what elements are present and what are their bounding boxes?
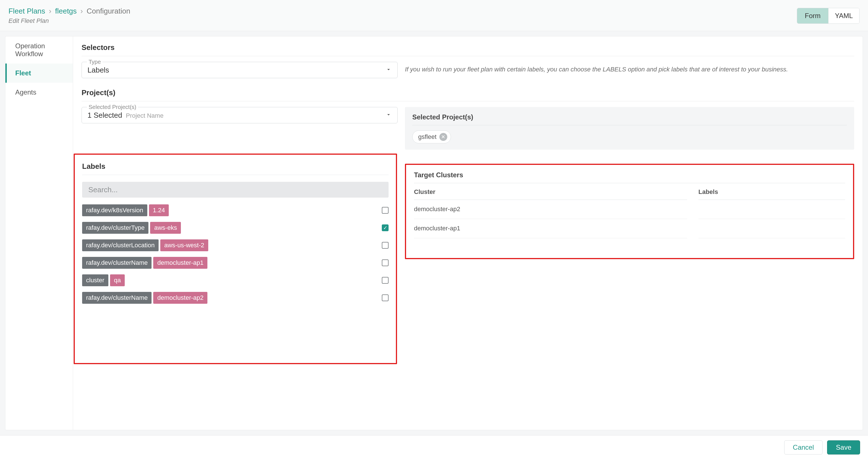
label-key: rafay.dev/clusterName (82, 292, 152, 304)
label-row: rafay.dev/k8sVersion 1.24 (82, 202, 389, 219)
type-select-label: Type (87, 59, 102, 65)
sidebar-item-agents[interactable]: Agents (5, 83, 73, 102)
label-row: rafay.dev/clusterName democluster-ap1 (82, 254, 389, 272)
project-chip: gsfleet ✕ (412, 130, 451, 144)
label-value: democluster-ap1 (153, 257, 208, 269)
label-key: rafay.dev/clusterLocation (82, 239, 159, 251)
breadcrumb-sep: › (79, 7, 85, 15)
view-toggle-form[interactable]: Form (797, 8, 828, 24)
breadcrumb-leaf: Configuration (87, 7, 130, 15)
label-checkbox[interactable] (382, 207, 389, 214)
close-icon[interactable]: ✕ (439, 133, 447, 141)
chevron-down-icon (385, 66, 392, 74)
label-key: rafay.dev/clusterName (82, 257, 152, 269)
projects-select-count: 1 Selected (88, 111, 122, 119)
type-select[interactable]: Type Labels (82, 62, 398, 78)
project-chip-label: gsfleet (418, 133, 437, 141)
selected-projects-title: Selected Project(s) (412, 113, 847, 125)
breadcrumb-sep: › (47, 7, 53, 15)
header: Fleet Plans › fleetgs › Configuration Ed… (0, 0, 868, 31)
projects-select[interactable]: Selected Project(s) 1 Selected Project N… (82, 107, 398, 123)
breadcrumb: Fleet Plans › fleetgs › Configuration (8, 7, 130, 16)
save-button[interactable]: Save (827, 440, 860, 455)
label-checkbox[interactable] (382, 277, 389, 284)
label-value: aws-eks (150, 222, 181, 234)
column-header-cluster: Cluster (414, 188, 687, 200)
label-row: cluster qa (82, 272, 389, 289)
chevron-down-icon (385, 112, 392, 119)
label-row: rafay.dev/clusterType aws-eks ✓ (82, 219, 389, 237)
label-checkbox[interactable] (382, 242, 389, 249)
projects-select-label: Selected Project(s) (87, 104, 138, 111)
label-value: democluster-ap2 (153, 292, 208, 304)
footer: Cancel Save (0, 435, 868, 459)
projects-select-value: 1 Selected Project Name (88, 111, 163, 120)
label-value: qa (110, 274, 125, 286)
section-title-selectors: Selectors (82, 43, 854, 56)
labels-search-input[interactable] (82, 182, 389, 197)
label-key: rafay.dev/k8sVersion (82, 204, 147, 216)
content: Selectors Type Labels If you wish to run… (73, 36, 863, 430)
labels-cell (699, 219, 845, 238)
label-checkbox[interactable]: ✓ (382, 224, 389, 231)
cluster-cell: democluster-ap2 (414, 200, 687, 219)
label-row: rafay.dev/clusterLocation aws-us-west-2 (82, 237, 389, 254)
labels-title: Labels (82, 159, 389, 175)
section-title-projects: Project(s) (82, 88, 854, 101)
breadcrumb-root[interactable]: Fleet Plans (8, 7, 45, 15)
selectors-helper-text: If you wish to run your fleet plan with … (405, 62, 854, 74)
target-clusters-panel: Target Clusters Cluster democluster-ap2 … (405, 164, 854, 259)
cluster-cell: democluster-ap1 (414, 219, 687, 238)
cancel-button[interactable]: Cancel (784, 440, 823, 455)
column-header-labels: Labels (699, 188, 845, 200)
sidebar-item-fleet[interactable]: Fleet (5, 63, 73, 83)
label-key: cluster (82, 274, 108, 286)
selected-projects-panel: Selected Project(s) gsfleet ✕ (405, 107, 854, 150)
labels-panel: Labels rafay.dev/k8sVersion 1.24 rafay.d… (74, 154, 397, 364)
target-clusters-col-labels: Labels (699, 188, 845, 238)
target-clusters-title: Target Clusters (414, 171, 845, 183)
label-key: rafay.dev/clusterType (82, 222, 148, 234)
label-value: 1.24 (149, 204, 169, 216)
labels-cell (699, 200, 845, 219)
view-toggle: Form YAML (797, 8, 860, 24)
type-select-value: Labels (88, 66, 109, 74)
label-checkbox[interactable] (382, 295, 389, 301)
breadcrumb-item[interactable]: fleetgs (55, 7, 77, 15)
sidebar: Operation Workflow Fleet Agents (5, 36, 73, 430)
label-row: rafay.dev/clusterName democluster-ap2 (82, 289, 389, 307)
target-clusters-col-cluster: Cluster democluster-ap2 democluster-ap1 (414, 188, 687, 238)
projects-select-hint: Project Name (124, 112, 163, 119)
label-value: aws-us-west-2 (160, 239, 208, 251)
sidebar-item-operation-workflow[interactable]: Operation Workflow (5, 36, 73, 63)
view-toggle-yaml[interactable]: YAML (828, 8, 859, 24)
page-subtitle: Edit Fleet Plan (8, 17, 130, 25)
label-checkbox[interactable] (382, 259, 389, 266)
